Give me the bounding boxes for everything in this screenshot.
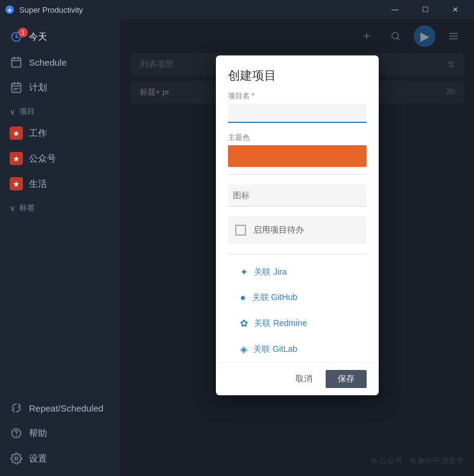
projects-header-label: 项目 [19,106,35,117]
redmine-label: 关联 Redmine [254,318,307,329]
jira-icon: ✦ [240,266,248,278]
help-icon [10,427,23,440]
project-work-icon: ★ [10,127,23,140]
schedule-icon [10,55,23,69]
backlog-checkbox-row[interactable]: 启用项目待办 [228,216,367,244]
today-badge: 1 [18,28,28,37]
modal-overlay: 创建项目 项目名 * 主题色 [121,19,474,476]
dialog-scrollable[interactable]: 创建项目 项目名 * 主题色 [216,55,379,362]
app-container: 今天 1 Schedule [0,19,474,476]
schedule-label: Schedule [29,57,67,67]
main-content: + ▶ 列表项部 ⇅ 标题+ pr 3h [121,19,474,476]
divider-1 [228,254,367,254]
icon-group [228,184,367,207]
save-button[interactable]: 保存 [326,370,367,388]
gitlab-icon: ◈ [240,343,247,355]
dialog-title: 创建项目 [228,67,367,84]
sidebar-item-project-life[interactable]: ★ 生活 [0,171,121,196]
backlog-checkbox[interactable] [235,225,246,236]
sidebar-item-settings[interactable]: 设置 [0,446,121,471]
dialog-content: 项目名 * 主题色 [216,91,379,362]
svg-point-7 [15,457,18,460]
sidebar-item-repeat[interactable]: Repeat/Scheduled [0,395,121,421]
settings-icon [10,452,23,465]
cancel-button[interactable]: 取消 [288,370,320,388]
tags-header-label: 标签 [19,202,35,213]
window-controls: — ☐ ✕ [381,0,469,19]
jira-link-button[interactable]: ✦ 关联 Jira [228,259,367,285]
help-label: 帮助 [29,428,47,439]
titlebar: ★ Super Productivity — ☐ ✕ [0,0,474,19]
github-icon: ● [240,292,246,303]
sidebar-bottom: Repeat/Scheduled 帮助 [0,395,121,471]
repeat-icon [10,401,23,415]
sidebar-item-schedule[interactable]: Schedule [0,49,121,75]
repeat-label: Repeat/Scheduled [29,403,103,413]
plan-label: 计划 [29,82,47,93]
dialog-header: 创建项目 [216,55,379,91]
titlebar-left: ★ Super Productivity [5,5,83,14]
jira-label: 关联 Jira [254,267,286,278]
redmine-icon: ✿ [240,318,248,329]
backlog-label: 启用项目待办 [253,225,304,236]
sidebar-item-today[interactable]: 今天 1 [0,24,121,49]
sidebar-item-plan[interactable]: 计划 [0,75,121,100]
project-name-group: 项目名 * [228,91,367,123]
app-title: Super Productivity [19,5,83,14]
projects-header[interactable]: ∨ 项目 [0,100,121,121]
github-link-button[interactable]: ● 关联 GitHub [228,285,367,310]
today-label: 今天 [29,31,47,43]
close-button[interactable]: ✕ [441,0,469,19]
settings-label: 设置 [29,453,47,465]
sidebar-item-project-work[interactable]: ★ 工作 [0,121,121,146]
project-name-input[interactable] [228,104,367,123]
github-label: 关联 GitHub [252,292,297,303]
dialog-footer: 取消 保存 [216,362,379,395]
minimize-button[interactable]: — [381,0,409,19]
maximize-button[interactable]: ☐ [411,0,439,19]
gitlab-link-button[interactable]: ◈ 关联 GitLab [228,336,367,362]
project-wechat-icon: ★ [10,152,23,165]
project-life-label: 生活 [29,178,47,190]
chevron-down-icon-tags: ∨ [10,204,16,213]
project-wechat-label: 公众号 [29,153,56,164]
redmine-link-button[interactable]: ✿ 关联 Redmine [228,310,367,336]
create-project-dialog: 创建项目 项目名 * 主题色 [216,55,379,395]
theme-color-label: 主题色 [228,133,367,143]
backlog-group: 启用项目待办 [228,216,367,244]
project-work-label: 工作 [29,128,47,139]
gitlab-label: 关联 GitLab [253,344,297,355]
project-name-label: 项目名 * [228,91,367,101]
sidebar-item-help[interactable]: 帮助 [0,421,121,446]
theme-color-group: 主题色 [228,133,367,175]
color-swatch-button[interactable] [228,145,367,167]
svg-text:★: ★ [7,7,12,13]
svg-rect-4 [12,58,21,67]
project-life-icon: ★ [10,177,23,190]
svg-point-3 [15,36,17,37]
sidebar-item-project-wechat[interactable]: ★ 公众号 [0,146,121,171]
tags-header[interactable]: ∨ 标签 [0,196,121,217]
app-icon: ★ [5,5,14,14]
svg-rect-5 [12,83,21,92]
sidebar: 今天 1 Schedule [0,19,121,476]
icon-input[interactable] [228,184,367,207]
plan-icon [10,81,23,94]
chevron-down-icon: ∨ [10,107,16,116]
